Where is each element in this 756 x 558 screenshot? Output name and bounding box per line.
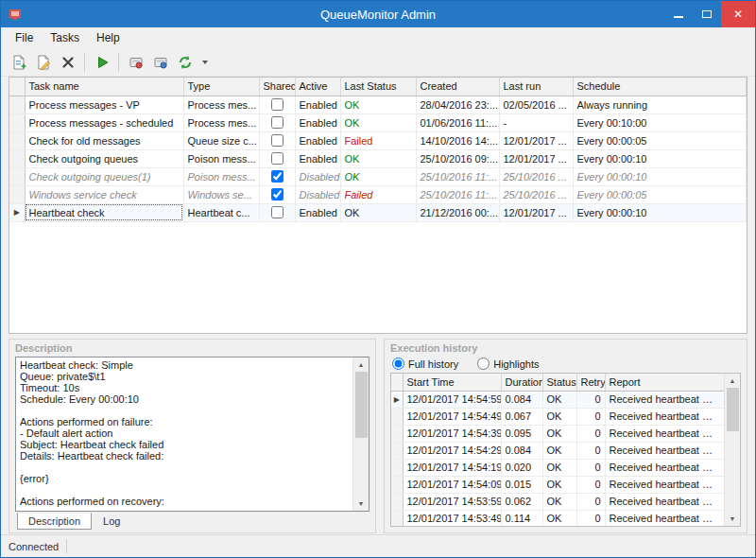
highlights-radio-input[interactable] [477, 357, 490, 370]
run-task-button[interactable] [90, 50, 113, 74]
history-row[interactable]: 12/01/2017 14:54:190.020OK0Received hear… [391, 459, 725, 476]
report-cell: Received heartbeat message... [605, 408, 725, 425]
shared-cell [259, 167, 295, 185]
col-created[interactable]: Created [416, 78, 499, 96]
new-task-button[interactable] [7, 50, 30, 74]
col-retry[interactable]: Retry [576, 374, 605, 391]
highlights-radio[interactable]: Highlights [477, 357, 539, 370]
report-cell: Received heartbeat message... [605, 442, 725, 459]
col-schedule[interactable]: Schedule [573, 78, 747, 96]
scroll-up-icon[interactable]: ▲ [353, 357, 369, 372]
type-cell: Heartbeat c... [183, 203, 259, 221]
col-status[interactable]: Status [542, 374, 576, 391]
type-cell: Process mes... [183, 96, 259, 113]
close-button[interactable]: ✕ [721, 1, 755, 27]
report-cell: Received heartbeat message... [605, 476, 725, 493]
scroll-down-icon[interactable]: ▼ [725, 512, 740, 526]
start-service-button[interactable] [124, 50, 147, 74]
menu-tasks[interactable]: Tasks [42, 28, 88, 47]
history-row[interactable]: 12/01/2017 14:54:390.095OK0Received hear… [391, 425, 725, 442]
tab-log[interactable]: Log [92, 513, 131, 530]
full-history-radio[interactable]: Full history [392, 357, 458, 370]
retry-cell: 0 [576, 510, 605, 527]
menu-help[interactable]: Help [88, 28, 129, 47]
history-row[interactable]: 12/01/2017 14:53:590.062OK0Received hear… [391, 493, 725, 510]
col-last-status[interactable]: Last Status [340, 78, 416, 96]
description-textbox[interactable]: Heartbeat check: Simple Queue: private$\… [15, 357, 369, 512]
duration-cell: 0.084 [501, 442, 542, 459]
active-cell: Disabled [295, 167, 340, 185]
full-history-radio-input[interactable] [392, 357, 404, 370]
scroll-down-icon[interactable]: ▼ [353, 497, 369, 511]
task-row[interactable]: Check outgoing queuesPoison mess...Enabl… [9, 149, 747, 167]
maximize-icon [702, 10, 712, 18]
description-scrollbar[interactable]: ▲ ▼ [352, 357, 369, 511]
shared-checkbox[interactable] [271, 134, 284, 147]
report-cell: Received heartbeat message... [605, 425, 725, 442]
created-cell: 28/04/2016 23:... [416, 96, 499, 113]
retry-cell: 0 [576, 408, 605, 425]
maximize-button[interactable] [693, 1, 721, 27]
row-indicator: ▶ [9, 203, 25, 221]
start-time-cell: 12/01/2017 14:53:49 [403, 510, 501, 527]
history-scrollbar[interactable]: ▲ ▼ [724, 374, 740, 526]
history-grid[interactable]: Start Time Duration Status Retry Report … [390, 373, 741, 527]
col-start-time[interactable]: Start Time [403, 374, 501, 391]
menu-file[interactable]: File [7, 28, 42, 47]
col-task-name[interactable]: Task name [25, 78, 183, 96]
toolbar-overflow-button[interactable] [202, 61, 208, 64]
task-row[interactable]: Process messages - scheduledProcess mes.… [9, 113, 747, 131]
shared-checkbox[interactable] [271, 206, 284, 218]
start-time-cell: 12/01/2017 14:54:59 [403, 391, 501, 408]
shared-checkbox[interactable] [271, 188, 284, 201]
stop-service-button[interactable] [148, 50, 172, 74]
refresh-button[interactable] [173, 50, 197, 74]
minimize-button[interactable] [664, 1, 693, 27]
schedule-cell: Every 00:10:00 [573, 113, 747, 131]
created-cell: 01/06/2016 11:... [416, 113, 499, 131]
task-row[interactable]: Windows service checkWindows se...Disabl… [9, 185, 747, 203]
task-row[interactable]: Check for old messagesQueue size c...Ena… [9, 131, 747, 149]
history-row[interactable]: ▶12/01/2017 14:54:590.084OK0Received hea… [391, 391, 725, 408]
col-shared[interactable]: Shared [259, 78, 295, 96]
last-status-cell: OK [340, 167, 416, 185]
col-active[interactable]: Active [295, 78, 340, 96]
task-row[interactable]: ▶Heartbeat checkHeartbeat c...EnabledOK2… [9, 203, 747, 221]
delete-task-button[interactable] [56, 50, 79, 74]
scrollbar-thumb[interactable] [355, 372, 368, 438]
history-row[interactable]: 12/01/2017 14:54:290.084OK0Received hear… [391, 442, 725, 459]
scroll-up-icon[interactable]: ▲ [725, 374, 740, 388]
shared-checkbox[interactable] [271, 98, 284, 111]
row-indicator [391, 493, 403, 510]
task-grid[interactable]: Task name Type Shared Active Last Status… [9, 77, 747, 334]
shared-checkbox[interactable] [271, 152, 284, 165]
shared-cell [259, 185, 295, 203]
task-row[interactable]: Check outgoing queues(1)Poison mess...Di… [9, 167, 747, 185]
active-cell: Disabled [295, 185, 340, 203]
task-row[interactable]: Process messages - VPProcess mes...Enabl… [9, 96, 747, 113]
task-name-cell: Process messages - VP [25, 96, 183, 113]
edit-task-button[interactable] [31, 50, 55, 74]
task-name-cell: Check outgoing queues [25, 149, 183, 167]
last-run-cell: 12/01/2017 ... [499, 131, 573, 149]
refresh-icon [177, 54, 194, 71]
shared-checkbox[interactable] [271, 116, 284, 129]
row-indicator [9, 113, 25, 131]
row-indicator [391, 459, 403, 476]
col-type[interactable]: Type [183, 78, 259, 96]
window-title: QueueMonitor Admin [1, 8, 755, 22]
col-report[interactable]: Report [605, 374, 725, 391]
col-duration[interactable]: Duration [501, 374, 542, 391]
history-row[interactable]: 12/01/2017 14:54:490.067OK0Received hear… [391, 408, 725, 425]
history-row[interactable]: 12/01/2017 14:54:090.015OK0Received hear… [391, 476, 725, 493]
shared-checkbox[interactable] [271, 170, 284, 183]
scrollbar-thumb[interactable] [727, 388, 739, 431]
task-name-cell: Check outgoing queues(1) [25, 167, 183, 185]
history-row[interactable]: 12/01/2017 14:53:490.114OK0Received hear… [391, 510, 725, 527]
col-last-run[interactable]: Last run [499, 78, 573, 96]
titlebar[interactable]: QueueMonitor Admin ✕ [1, 1, 755, 27]
tab-description[interactable]: Description [17, 513, 92, 530]
bottom-panels: Description Heartbeat check: Simple Queu… [9, 339, 747, 533]
duration-cell: 0.015 [501, 476, 542, 493]
description-text: Heartbeat check: Simple Queue: private$\… [16, 357, 352, 511]
